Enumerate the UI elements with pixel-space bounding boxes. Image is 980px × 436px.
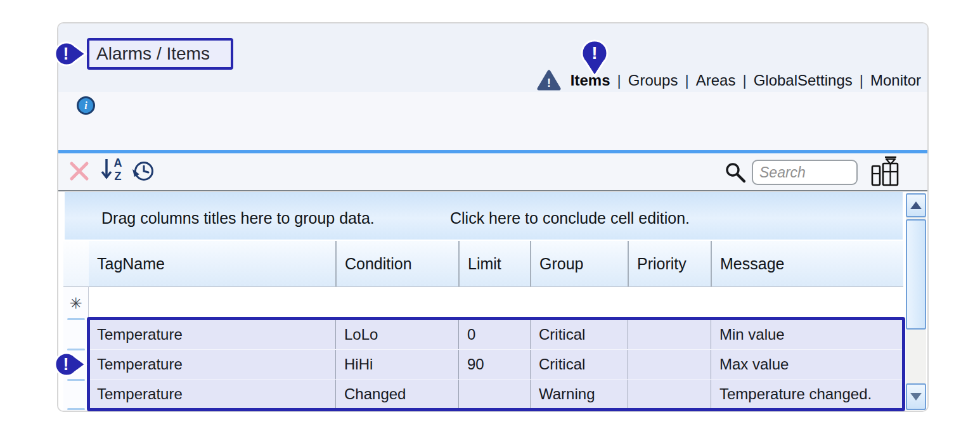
column-header-label: Condition bbox=[345, 255, 412, 273]
cell-tagname[interactable]: Temperature bbox=[89, 320, 335, 349]
column-header-priority[interactable]: Priority bbox=[628, 241, 711, 286]
nav-item-groups[interactable]: Groups bbox=[628, 72, 678, 89]
column-chooser-icon[interactable] bbox=[870, 156, 900, 188]
new-row-indicator: ✳ bbox=[63, 286, 89, 320]
cell-condition[interactable]: LoLo bbox=[335, 320, 458, 349]
conclude-edit-hint[interactable]: Click here to conclude cell edition. bbox=[450, 209, 690, 228]
cell-group[interactable]: Critical bbox=[530, 350, 628, 379]
cell-message[interactable]: Min value bbox=[711, 320, 903, 349]
screen: Alarms / Items ! i ! ! Items | Groups | … bbox=[0, 0, 980, 436]
group-by-bar[interactable]: Drag columns titles here to group data. … bbox=[65, 192, 903, 240]
cell-priority[interactable] bbox=[628, 350, 711, 379]
column-header-label: TagName bbox=[97, 255, 165, 273]
nav-item-items[interactable]: Items bbox=[571, 72, 610, 89]
page-title: Alarms / Items bbox=[87, 38, 233, 70]
column-header-row: TagName Condition Limit Group Priority M… bbox=[89, 241, 903, 286]
scrollbar-thumb[interactable] bbox=[906, 219, 926, 330]
new-row[interactable] bbox=[89, 286, 903, 320]
sort-letter-a: A bbox=[114, 157, 122, 169]
info-icon[interactable]: i bbox=[77, 96, 95, 115]
cell-limit[interactable]: 0 bbox=[458, 320, 530, 349]
asterisk-glyph: ✳ bbox=[69, 295, 82, 312]
column-header-condition[interactable]: Condition bbox=[335, 241, 458, 286]
column-header-label: Message bbox=[720, 255, 784, 273]
sort-az-icon[interactable]: A Z bbox=[100, 156, 127, 184]
nav-item-monitor[interactable]: Monitor bbox=[870, 72, 921, 89]
scroll-down-arrow-icon bbox=[910, 393, 922, 401]
row-gutter-divider bbox=[67, 408, 85, 410]
module-nav: ! Items | Groups | Areas | GlobalSetting… bbox=[537, 68, 921, 93]
cell-tagname[interactable]: Temperature bbox=[89, 380, 335, 409]
group-hint-text: Drag columns titles here to group data. bbox=[101, 209, 375, 228]
column-header-tagname[interactable]: TagName bbox=[89, 241, 335, 286]
page-title-label: Alarms / Items bbox=[96, 44, 210, 64]
nav-separator: | bbox=[860, 72, 863, 89]
nav-separator: | bbox=[685, 72, 688, 89]
row-gutter-divider bbox=[67, 349, 85, 350]
row-gutter-divider bbox=[67, 379, 85, 381]
column-header-label: Group bbox=[539, 255, 583, 273]
sort-letter-z: Z bbox=[115, 170, 122, 183]
cell-limit[interactable] bbox=[458, 380, 530, 409]
table-row[interactable]: Temperature LoLo 0 Critical Min value bbox=[89, 320, 903, 350]
column-header-group[interactable]: Group bbox=[530, 241, 628, 286]
scroll-down-button[interactable] bbox=[906, 383, 926, 410]
cell-condition[interactable]: Changed bbox=[335, 380, 458, 409]
subheader-band bbox=[58, 92, 927, 150]
cell-group[interactable]: Warning bbox=[530, 380, 628, 409]
info-icon-glyph: i bbox=[84, 100, 87, 112]
nav-separator: | bbox=[617, 72, 621, 89]
cell-message[interactable]: Temperature changed. bbox=[711, 380, 903, 409]
column-header-message[interactable]: Message bbox=[711, 241, 903, 286]
nav-separator: | bbox=[742, 72, 746, 89]
scroll-up-arrow-icon bbox=[910, 202, 922, 209]
search-input[interactable] bbox=[752, 160, 858, 185]
row-gutter bbox=[63, 320, 89, 411]
grid-rows: Temperature LoLo 0 Critical Min value Te… bbox=[89, 320, 903, 409]
nav-item-globalsettings[interactable]: GlobalSettings bbox=[754, 72, 853, 89]
table-row[interactable]: Temperature HiHi 90 Critical Max value bbox=[89, 350, 903, 380]
cell-condition[interactable]: HiHi bbox=[335, 350, 458, 379]
history-icon[interactable] bbox=[131, 158, 156, 184]
nav-item-areas[interactable]: Areas bbox=[696, 72, 736, 89]
row-header-gutter bbox=[63, 241, 89, 286]
search-icon bbox=[724, 161, 747, 184]
delete-icon[interactable] bbox=[68, 160, 91, 183]
column-header-label: Priority bbox=[637, 255, 687, 273]
cell-limit[interactable]: 90 bbox=[458, 350, 530, 379]
warning-exclamation: ! bbox=[547, 77, 551, 89]
warning-triangle-icon: ! bbox=[537, 70, 561, 91]
row-gutter-divider bbox=[67, 318, 85, 320]
column-header-limit[interactable]: Limit bbox=[458, 241, 530, 286]
cell-priority[interactable] bbox=[628, 380, 711, 409]
vertical-scrollbar[interactable] bbox=[906, 193, 926, 410]
cell-priority[interactable] bbox=[628, 320, 711, 349]
column-header-label: Limit bbox=[468, 255, 501, 273]
cell-message[interactable]: Max value bbox=[711, 350, 903, 379]
table-row[interactable]: Temperature Changed Warning Temperature … bbox=[89, 380, 903, 409]
cell-tagname[interactable]: Temperature bbox=[89, 350, 335, 379]
scroll-up-button[interactable] bbox=[906, 193, 926, 217]
cell-group[interactable]: Critical bbox=[530, 320, 628, 349]
